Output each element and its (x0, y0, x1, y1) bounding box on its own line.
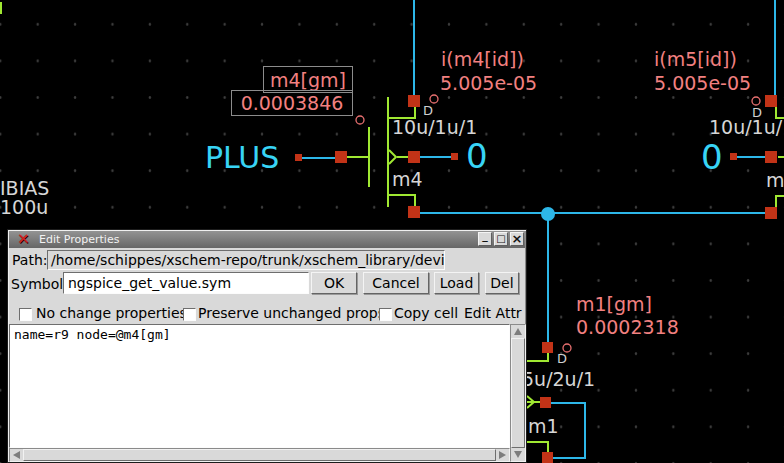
m4-bulk-net-label[interactable]: 0 (466, 139, 488, 175)
scroll-down-button[interactable] (511, 448, 525, 461)
plus-wire-endpoint[interactable] (295, 154, 302, 161)
m5-params-label[interactable]: 10u/1u/1 (709, 118, 784, 138)
m1-gm-probe-name[interactable]: m1[gm] (576, 295, 652, 315)
m1-source-pad[interactable] (542, 452, 553, 463)
arrow-up-icon (514, 328, 522, 335)
m4-id-probe-name[interactable]: i(m4[id]) (441, 50, 524, 70)
preserve-label: Preserve unchanged props (198, 305, 385, 321)
copy-cell-label: Copy cell (394, 305, 458, 321)
dialog-title: Edit Properties (39, 233, 119, 246)
m5-bulk-pad[interactable] (765, 151, 777, 163)
preserve-checkbox[interactable] (183, 308, 196, 321)
m4-drain-pad[interactable] (408, 95, 420, 107)
symbol-label: Symbol (11, 276, 63, 292)
copy-cell-checkbox[interactable] (379, 308, 392, 321)
m4-name-label[interactable]: m4 (392, 170, 423, 190)
net-label-plus[interactable]: PLUS (205, 142, 279, 174)
m4-source-pad[interactable] (408, 206, 420, 218)
maximize-button[interactable]: □ (494, 232, 508, 246)
ibias-value-label[interactable]: 100u (0, 198, 48, 218)
m1-bulk-pad[interactable] (540, 397, 551, 408)
path-label: Path: (12, 252, 47, 268)
maximize-icon: □ (496, 234, 505, 244)
m5-bulk-net-label[interactable]: 0 (701, 140, 723, 176)
m4-gm-probe-value-box[interactable]: 0.0003846 (231, 90, 353, 116)
m1-drain-pin-label: D (557, 352, 567, 366)
m4-bulk-wire-endpoint[interactable] (451, 153, 458, 160)
edit-properties-dialog: ✕ Edit Properties _ □ × Path: /home/schi… (7, 229, 527, 463)
horizontal-scrollbar[interactable] (9, 448, 510, 462)
horizontal-scroll-thumb[interactable] (23, 449, 496, 461)
m1-params-label[interactable]: 5u/2u/1 (522, 370, 595, 390)
m5-name-label[interactable]: m5 (766, 171, 784, 191)
wire-junction-dot (541, 207, 555, 221)
probe-origin-marker-icon (356, 116, 364, 124)
scroll-right-button[interactable] (496, 449, 509, 461)
m4-gm-probe-name: m4[gm] (270, 69, 346, 91)
m4-bulk-pad[interactable] (408, 151, 420, 163)
no-change-label: No change properties (36, 305, 187, 321)
m4-drain-marker-icon (430, 95, 438, 103)
path-value: /home/schippes/xschem-repo/trunk/xschem_… (51, 252, 445, 268)
m4-source-leg[interactable] (388, 195, 415, 207)
m5-source-leg[interactable] (776, 196, 784, 207)
m5-id-probe-value[interactable]: 5.005e-05 (654, 74, 751, 94)
m5-id-probe-name[interactable]: i(m5[id]) (654, 50, 737, 70)
m5-bulk-wire-endpoint[interactable] (730, 153, 737, 160)
m1-gm-probe-value[interactable]: 0.0002318 (576, 318, 679, 338)
m4-bulk-arrow-icon (389, 150, 396, 164)
m4-id-probe-value[interactable]: 5.005e-05 (440, 74, 537, 94)
vertical-scroll-thumb[interactable] (511, 338, 525, 448)
m4-params-label[interactable]: 10u/1u/1 (392, 118, 477, 138)
m1-drain-leg[interactable] (527, 353, 548, 361)
arrow-right-icon (499, 451, 506, 459)
m5-drain-pad[interactable] (765, 95, 777, 107)
close-icon: × (512, 233, 523, 245)
m1-name-label[interactable]: m1 (528, 417, 559, 437)
xschem-logo-icon: ✕ (17, 232, 30, 247)
load-button[interactable]: Load (434, 272, 479, 294)
close-button[interactable]: × (510, 232, 524, 246)
cancel-button[interactable]: Cancel (363, 272, 429, 294)
edit-attr-label[interactable]: Edit Attr (464, 305, 522, 321)
symbol-input[interactable]: ngspice_get_value.sym (63, 272, 309, 294)
symbol-value: ngspice_get_value.sym (68, 275, 231, 291)
path-field[interactable]: /home/schippes/xschem-repo/trunk/xschem_… (47, 250, 445, 270)
del-button[interactable]: Del (485, 272, 519, 294)
dialog-titlebar[interactable]: ✕ Edit Properties (9, 231, 525, 248)
m1-source-leg[interactable] (527, 442, 548, 453)
minimize-icon: _ (482, 234, 488, 245)
arrow-down-icon (514, 451, 522, 458)
m4-gm-probe-value: 0.0003846 (241, 92, 344, 114)
arrow-left-icon (13, 451, 20, 459)
vertical-scrollbar[interactable] (510, 324, 526, 462)
m4-gate-pad[interactable] (335, 151, 347, 163)
m5-drain-marker-icon (752, 97, 760, 105)
attributes-textarea-wrap: name=r9 node=@m4[gm] (9, 324, 510, 448)
minimize-button[interactable]: _ (478, 232, 492, 246)
m4-gm-probe-name-box[interactable]: m4[gm] (263, 66, 353, 93)
no-change-checkbox[interactable] (19, 308, 32, 321)
scroll-left-button[interactable] (10, 449, 23, 461)
attributes-textarea[interactable]: name=r9 node=@m4[gm] (10, 325, 509, 447)
scroll-up-button[interactable] (511, 325, 525, 338)
m5-source-pad[interactable] (765, 207, 777, 219)
m1-drain-pad[interactable] (542, 342, 553, 353)
ok-button[interactable]: OK (311, 272, 357, 294)
